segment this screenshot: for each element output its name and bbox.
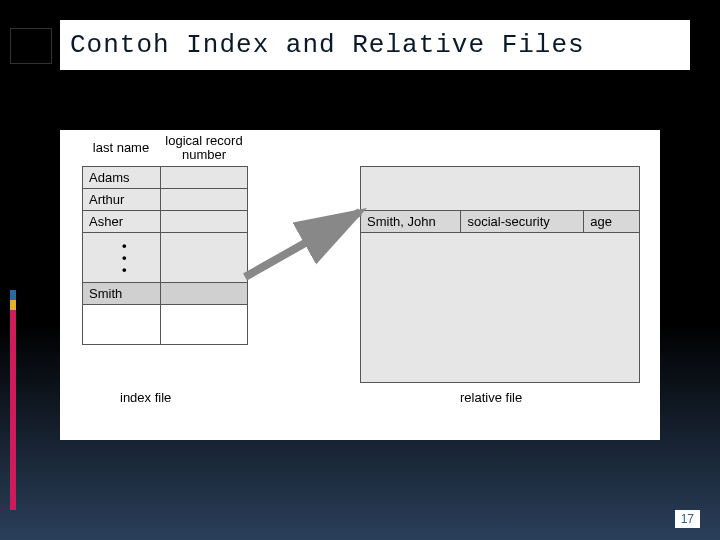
page-number: 17 (675, 510, 700, 528)
table-row (361, 233, 640, 383)
relative-file-label: relative file (460, 390, 522, 405)
ellipsis-row: ••• (83, 233, 248, 283)
index-header-lastname: last name (85, 140, 157, 155)
relative-record-row: Smith, John social-security age (361, 211, 640, 233)
relative-file-table: Smith, John social-security age (360, 166, 640, 383)
accent-stripe (10, 310, 16, 510)
pointer-arrow-icon (240, 202, 380, 282)
record-ssn: social-security (461, 211, 584, 233)
table-row: Adams (83, 167, 248, 189)
index-file-label: index file (120, 390, 171, 405)
table-row: Arthur (83, 189, 248, 211)
table-row: Asher (83, 211, 248, 233)
title-bar: Contoh Index and Relative Files (60, 20, 690, 70)
index-row-smith: Smith (83, 283, 248, 305)
svg-line-0 (245, 212, 360, 277)
record-age: age (584, 211, 640, 233)
index-header-logical-record: logical record number (160, 134, 248, 163)
diagram-panel: last name logical record number Adams Ar… (60, 130, 660, 440)
table-row (361, 167, 640, 211)
record-name: Smith, John (361, 211, 461, 233)
slide-title: Contoh Index and Relative Files (70, 30, 585, 60)
table-row (83, 305, 248, 345)
index-file-table: Adams Arthur Asher ••• Smith (82, 166, 248, 345)
